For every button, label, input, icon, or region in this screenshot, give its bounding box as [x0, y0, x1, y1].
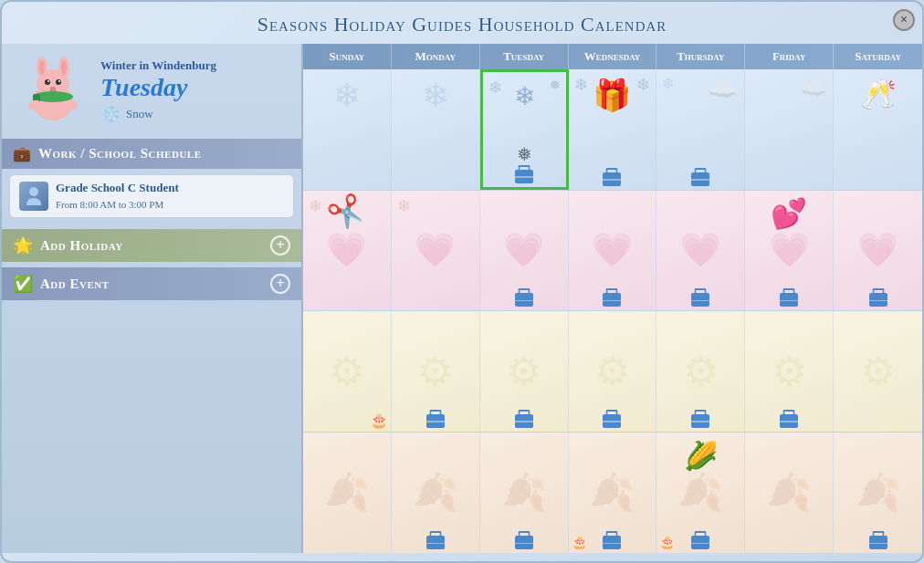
briefcase-section-icon: 💼	[13, 145, 31, 162]
briefcase-badge	[691, 172, 709, 186]
cell-w1-tue-today[interactable]: ❄ ❅ ❄ ❅	[480, 69, 569, 190]
briefcase-badge	[603, 172, 621, 186]
cornucopia-icon: 🌽	[684, 440, 718, 472]
svg-point-8	[47, 80, 49, 82]
cake-badge: 🎂	[370, 412, 388, 429]
briefcase-badge	[515, 293, 533, 307]
cell-w4-sun[interactable]: 🍂	[303, 433, 392, 554]
cell-w4-tue[interactable]: 🍂	[480, 433, 569, 554]
mini-snowflake-icon: ❅	[550, 78, 561, 93]
briefcase-badge	[691, 536, 709, 549]
calendar-grid: ❄ ❄ ❄ ❅ ❄ ❅ ❄	[303, 69, 922, 553]
event-icon: ✅	[13, 274, 33, 294]
cell-w4-sat[interactable]: 🍂	[834, 433, 922, 554]
add-event-left: ✅ Add Event	[13, 274, 110, 294]
weather-row: ❄️ Snow	[100, 104, 216, 124]
mini-snowflake-icon: ❄	[662, 75, 674, 92]
briefcase-badge	[603, 293, 621, 307]
calendar-week-3: ⚙ 🎂 ⚙ ⚙ ⚙	[303, 311, 922, 433]
svg-point-15	[29, 187, 38, 196]
mini-snowflake-icon: ❄	[309, 196, 322, 216]
svg-point-7	[56, 79, 61, 85]
cell-w1-sun[interactable]: ❄	[303, 69, 392, 190]
briefcase-badge	[869, 536, 887, 549]
cell-w3-sat[interactable]: ⚙	[834, 311, 922, 432]
svg-point-10	[50, 87, 56, 90]
cell-w1-fri[interactable]: ☁️	[745, 69, 834, 190]
cell-w2-mon[interactable]: 💗 ❄	[392, 191, 480, 311]
bg-gear: ⚙	[834, 311, 922, 432]
cell-w1-mon[interactable]: ❄	[392, 69, 480, 190]
weather-label: Snow	[126, 107, 153, 121]
svg-point-6	[45, 79, 50, 85]
briefcase-badge	[691, 414, 709, 428]
header-sunday: Sunday	[303, 44, 392, 69]
svg-point-3	[39, 60, 45, 75]
cell-w2-sun[interactable]: 💗 ❄ ✂️	[303, 191, 392, 311]
cell-w2-sat[interactable]: 💗	[834, 191, 922, 311]
snowflake-main-icon: ❄	[514, 81, 535, 111]
sidebar: Winter in Windenburg Tuesday ❄️ Snow 💼 W…	[2, 44, 303, 553]
mascot-bunny	[16, 55, 89, 128]
hearts-icon: 💕	[771, 196, 807, 231]
bg-leaf: 🍂	[303, 433, 391, 554]
student-hours: From 8:00 AM to 3:00 PM	[56, 199, 163, 210]
cell-w2-tue[interactable]: 💗	[480, 191, 569, 311]
cell-w3-wed[interactable]: ⚙	[569, 311, 657, 432]
cell-w2-fri[interactable]: 💗 💕	[745, 191, 834, 311]
calendar-week-1: ❄ ❄ ❄ ❅ ❄ ❅ ❄	[303, 69, 922, 191]
briefcase-badge	[426, 414, 445, 428]
location-text: Winter in Windenburg	[100, 58, 216, 73]
schedule-item: Grade School C Student From 8:00 AM to 3…	[9, 174, 294, 218]
main-window: × Seasons Holiday Guides Household Calen…	[0, 0, 924, 563]
calendar-week-2: 💗 ❄ ✂️ 💗 ❄ 💗	[303, 191, 922, 312]
mini-snowflake-icon: ❄	[636, 75, 650, 95]
cell-w3-mon[interactable]: ⚙	[392, 311, 480, 432]
add-holiday-plus[interactable]: +	[270, 235, 290, 255]
mini-snowflake-icon: ❄	[397, 196, 411, 216]
cell-w4-wed[interactable]: 🍂 🎂	[569, 433, 657, 554]
header-saturday: Saturday	[834, 44, 922, 69]
svg-point-9	[58, 80, 60, 82]
add-event-label: Add Event	[40, 276, 110, 292]
cell-w3-thu[interactable]: ⚙	[656, 311, 745, 432]
scissors-icon: ✂️	[324, 191, 370, 235]
mascot-info: Winter in Windenburg Tuesday ❄️ Snow	[100, 58, 216, 124]
cell-w2-wed[interactable]: 💗	[569, 191, 657, 311]
work-school-title: Work / School Schedule	[38, 146, 202, 162]
cell-w2-thu[interactable]: 💗	[656, 191, 745, 311]
cell-w1-sat[interactable]: 🥂	[834, 69, 922, 190]
cell-w3-tue[interactable]: ⚙	[480, 311, 569, 432]
cell-w3-sun[interactable]: ⚙ 🎂	[303, 311, 392, 432]
add-holiday-label: Add Holiday	[40, 238, 123, 254]
add-event-section[interactable]: ✅ Add Event +	[2, 267, 301, 300]
add-holiday-section[interactable]: 🌟 Add Holiday +	[2, 229, 301, 262]
close-button[interactable]: ×	[893, 9, 915, 31]
mini-snowflake-icon: ❄	[574, 75, 588, 95]
cake-badge: 🎂	[572, 535, 587, 550]
briefcase-badge	[515, 170, 533, 183]
cell-w4-thu[interactable]: 🍂 🌽 🎂	[656, 433, 745, 554]
briefcase-badge	[603, 414, 621, 428]
champagne-icon: 🥂	[860, 77, 897, 111]
window-title: Seasons Holiday Guides Household Calenda…	[2, 2, 922, 44]
briefcase-badge	[691, 293, 709, 307]
cell-w3-fri[interactable]: ⚙	[745, 311, 834, 432]
student-name: Grade School C Student	[56, 181, 179, 195]
cell-w1-wed[interactable]: ❄ ❄ 🎁	[569, 69, 657, 190]
briefcase-badge	[515, 536, 533, 549]
cell-w4-mon[interactable]: 🍂	[392, 433, 480, 554]
briefcase-badge	[869, 293, 887, 307]
gift-icon: 🎁	[593, 77, 631, 113]
cell-w4-fri[interactable]: 🍂	[745, 433, 834, 554]
calendar-header: Sunday Monday Tuesday Wednesday Thursday…	[303, 44, 922, 69]
add-event-plus[interactable]: +	[270, 274, 290, 294]
current-day: Tuesday	[100, 73, 216, 102]
snowflake-weather-icon: ❄️	[100, 104, 121, 124]
bg-leaf: 🍂	[745, 433, 833, 554]
bg-snowflake: ❄	[333, 77, 361, 115]
svg-point-5	[61, 60, 67, 75]
calendar-area: Sunday Monday Tuesday Wednesday Thursday…	[303, 44, 922, 553]
cell-w1-thu[interactable]: ❄ ☁️	[656, 69, 745, 190]
briefcase-badge	[426, 536, 445, 549]
